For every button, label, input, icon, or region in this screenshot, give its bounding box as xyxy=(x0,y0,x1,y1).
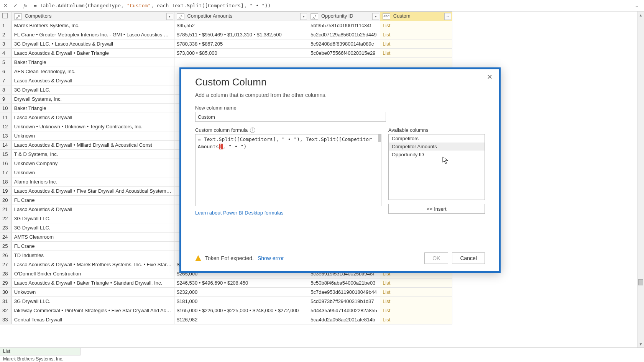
cell-competitors[interactable]: T & D Systems, Inc. xyxy=(12,150,174,159)
cell-competitors[interactable]: FL Crane xyxy=(12,242,174,251)
table-row[interactable]: 1Marek Brothers Systems, Inc.$95,5525bf3… xyxy=(0,21,452,30)
cell-amounts[interactable]: $95,552 xyxy=(174,21,308,30)
cell-competitors[interactable]: AMTS Cleanroom xyxy=(12,233,174,242)
cell-competitors[interactable]: 3G Drywall LLC. xyxy=(12,297,174,306)
column-dropdown-icon[interactable]: ▾ xyxy=(300,13,307,20)
learn-formulas-link[interactable]: Learn about Power BI Desktop formulas xyxy=(195,210,284,216)
cell-opportunity-id[interactable]: 5c0ebe075566f40020315e29 xyxy=(308,49,380,58)
cell-amounts[interactable]: $780,338 • $867,205 xyxy=(174,39,308,49)
cell-custom[interactable]: List xyxy=(380,297,452,306)
row-number[interactable]: 25 xyxy=(0,242,12,251)
row-number[interactable]: 2 xyxy=(0,30,12,39)
row-number[interactable]: 24 xyxy=(0,233,12,242)
row-number[interactable]: 32 xyxy=(0,306,12,315)
table-row[interactable]: 32lakeway Commercial • PinPoint Strategi… xyxy=(0,306,452,315)
column-dropdown-icon[interactable]: ▾ xyxy=(166,13,173,20)
new-column-name-input[interactable] xyxy=(195,112,386,122)
cell-competitors[interactable]: Lasco Acoustics & Drywall • Baker Triang… xyxy=(12,49,174,58)
cell-custom[interactable]: List xyxy=(380,49,452,58)
cell-amounts[interactable]: $246,530 • $496,690 • $208,450 xyxy=(174,278,308,288)
cell-competitors[interactable]: Lasco Acoustics & Drywall • Five Star Dr… xyxy=(12,187,174,196)
cell-opportunity-id[interactable]: 5c7dae953d61190018049b44 xyxy=(308,288,380,297)
cancel-button[interactable]: Cancel xyxy=(452,252,485,264)
available-column-competitor-amounts[interactable]: Competitor Amounts xyxy=(389,143,485,151)
show-error-link[interactable]: Show error xyxy=(258,255,284,261)
row-number[interactable]: 30 xyxy=(0,288,12,297)
cell-opportunity-id[interactable]: 5c2cd07129a856001b25d449 xyxy=(308,30,380,39)
cell-custom[interactable]: List xyxy=(380,39,452,49)
row-number[interactable]: 6 xyxy=(0,67,12,76)
available-column-competitors[interactable]: Competitors xyxy=(389,134,485,143)
row-number[interactable]: 31 xyxy=(0,297,12,306)
cell-custom[interactable]: List xyxy=(380,306,452,315)
cell-competitors[interactable]: Lasco Acoustics & Drywall • Marek Brothe… xyxy=(12,260,174,269)
table-row[interactable]: 33G Drywall LLC. • Lasco Acoustics & Dry… xyxy=(0,39,452,49)
cell-competitors[interactable]: FL Crane xyxy=(12,196,174,205)
row-number[interactable]: 20 xyxy=(0,196,12,205)
cell-competitors[interactable]: Baker Triangle xyxy=(12,104,174,113)
cell-competitors[interactable]: Lasco Acoustics & Drywall • Baker Triang… xyxy=(12,278,174,288)
cell-opportunity-id[interactable]: 5c92408d6f83980014fa089c xyxy=(308,39,380,49)
insert-column-button[interactable]: << Insert xyxy=(388,204,485,214)
cell-competitors[interactable]: Unkwown xyxy=(12,288,174,297)
vertical-scrollbar[interactable]: ▲ ▼ xyxy=(637,11,644,347)
cell-opportunity-id[interactable]: 5ca4dd2a058ac2001afe814b xyxy=(308,315,380,324)
cell-competitors[interactable]: Alamo Interiors Inc. xyxy=(12,177,174,187)
row-number[interactable]: 19 xyxy=(0,187,12,196)
cell-opportunity-id[interactable]: 5cd0973b7ff29400319b1d37 xyxy=(308,297,380,306)
cell-custom[interactable]: List xyxy=(380,21,452,30)
available-column-opportunity-id[interactable]: Opportunity ID xyxy=(389,151,485,159)
formula-text[interactable]: = Table.AddColumn(ChangedType, "Custom",… xyxy=(31,3,632,8)
cancel-formula-icon[interactable]: ✕ xyxy=(2,2,9,10)
cell-opportunity-id[interactable]: 5c50b8f46aba54000a21be03 xyxy=(308,278,380,288)
info-icon[interactable]: i xyxy=(250,128,255,133)
row-number[interactable]: 9 xyxy=(0,95,12,104)
cell-amounts[interactable]: $181,000 xyxy=(174,297,308,306)
cell-competitors[interactable]: AES Clean Technology, Inc. xyxy=(12,67,174,76)
cell-competitors[interactable]: 3G Drywall LLC. • Lasco Acoustics & Dryw… xyxy=(12,39,174,49)
cell-amounts[interactable]: $73,000 • $85,000 xyxy=(174,49,308,58)
column-header-custom[interactable]: ABC123 Custom ↔ xyxy=(380,12,452,21)
column-header-competitors[interactable]: AB Competitors ▾ xyxy=(12,12,174,21)
cell-competitors[interactable]: Lasco Acoustics & Drywall xyxy=(12,205,174,214)
table-row[interactable]: 30Unkwown$232,0005c7dae953d61190018049b4… xyxy=(0,288,452,297)
cell-competitors[interactable]: Unknown • Unknown • Unknown • Tegrity Co… xyxy=(12,122,174,131)
cell-competitors[interactable]: Marek Brothers Systems, Inc. xyxy=(12,21,174,30)
row-number[interactable]: 29 xyxy=(0,278,12,288)
row-number[interactable]: 18 xyxy=(0,177,12,187)
cell-competitors[interactable]: lakeway Commercial • PinPoint Strategies… xyxy=(12,306,174,315)
table-row[interactable]: 313G Drywall LLC.$181,0005cd0973b7ff2940… xyxy=(0,297,452,306)
formula-editor[interactable]: = Text.Split([Competitors], " • "), Text… xyxy=(195,134,381,206)
row-number[interactable]: 16 xyxy=(0,159,12,168)
cell-amounts[interactable]: $165,000 • $226,000 • $225,000 • $248,00… xyxy=(174,306,308,315)
cell-competitors[interactable]: FL Crane • Greater Metroplex Interiors I… xyxy=(12,30,174,39)
cell-opportunity-id[interactable]: 5bf3557581c01f001f11c34f xyxy=(308,21,380,30)
cell-custom[interactable]: List xyxy=(380,30,452,39)
row-number[interactable]: 8 xyxy=(0,85,12,95)
cell-custom[interactable]: List xyxy=(380,288,452,297)
row-number[interactable]: 10 xyxy=(0,104,12,113)
column-dropdown-icon[interactable]: ▾ xyxy=(372,13,379,20)
scroll-down-icon[interactable]: ▼ xyxy=(637,341,644,347)
table-row[interactable]: 2FL Crane • Greater Metroplex Interiors … xyxy=(0,30,452,39)
row-number[interactable]: 22 xyxy=(0,214,12,223)
table-row[interactable]: 29Lasco Acoustics & Drywall • Baker Tria… xyxy=(0,278,452,288)
cell-competitors[interactable]: Central Texas Drywall xyxy=(12,315,174,324)
cell-custom[interactable] xyxy=(380,58,452,67)
row-number[interactable]: 15 xyxy=(0,150,12,159)
cell-competitors[interactable]: Drywall Systems, Inc. xyxy=(12,95,174,104)
ok-button[interactable]: OK xyxy=(424,252,448,264)
cell-competitors[interactable]: Unknown xyxy=(12,168,174,177)
table-row[interactable]: 33Central Texas Drywall$126,9825ca4dd2a0… xyxy=(0,315,452,324)
available-columns-list[interactable]: Competitors Competitor Amounts Opportuni… xyxy=(388,134,485,200)
row-number[interactable]: 27 xyxy=(0,260,12,269)
row-number[interactable]: 11 xyxy=(0,113,12,122)
column-header-competitor-amounts[interactable]: AB Competitor Amounts ▾ xyxy=(174,12,308,21)
row-number[interactable]: 23 xyxy=(0,223,12,233)
cell-competitors[interactable]: Lasco Acoustics & Drywall xyxy=(12,113,174,122)
column-header-opportunity-id[interactable]: AB Opportunity ID ▾ xyxy=(308,12,380,21)
row-number[interactable]: 33 xyxy=(0,315,12,324)
row-number[interactable]: 26 xyxy=(0,251,12,260)
cell-competitors[interactable]: Unknown xyxy=(12,131,174,141)
cell-custom[interactable]: List xyxy=(380,315,452,324)
